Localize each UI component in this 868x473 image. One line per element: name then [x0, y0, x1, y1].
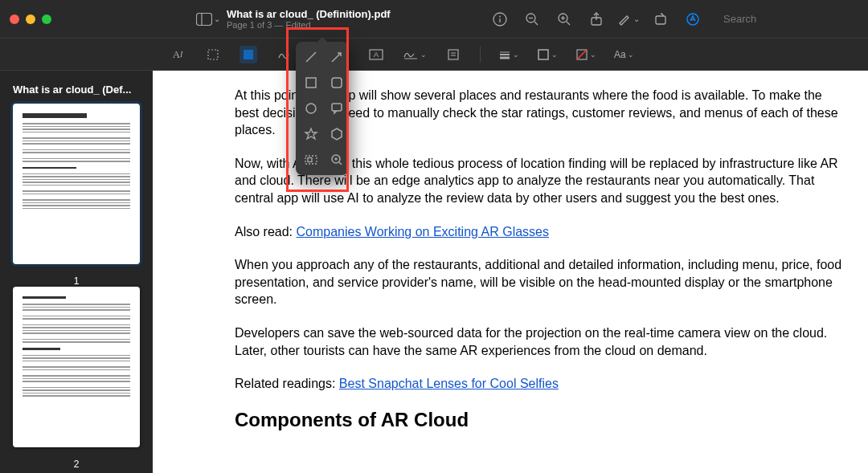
shape-circle[interactable]	[302, 100, 320, 117]
svg-marker-41	[305, 128, 317, 139]
svg-line-35	[306, 52, 316, 62]
link-snapchat-lenses[interactable]: Best Snapchat Lenses for Cool Selfies	[339, 377, 559, 390]
sketch-icon[interactable]	[275, 46, 293, 63]
link-ar-glasses[interactable]: Companies Working on Exciting AR Glasses	[296, 225, 549, 239]
selection-icon[interactable]	[204, 46, 222, 63]
shape-star[interactable]	[302, 125, 320, 143]
text: Also read:	[235, 225, 296, 239]
toolbar-right: ⌄	[489, 8, 858, 31]
svg-rect-40	[332, 104, 342, 111]
paragraph: Related readings: Best Snapchat Lenses f…	[235, 375, 849, 393]
svg-line-36	[332, 53, 341, 62]
titlebar: ⌄ What is ar cloud_ (Definition).pdf Pag…	[0, 0, 868, 39]
redact-icon[interactable]	[240, 46, 257, 63]
paragraph: Developers can save the web-sourced data…	[235, 324, 849, 359]
shape-mask[interactable]	[302, 151, 320, 169]
paragraph: When you approach any of the restaurants…	[235, 256, 849, 308]
chevron-down-icon: ⌄	[590, 51, 596, 59]
shape-speech-bubble[interactable]	[328, 100, 346, 117]
paragraph: Also read: Companies Working on Exciting…	[235, 223, 849, 241]
sidebar-doc-title: What is ar cloud_ (Def...	[8, 79, 145, 104]
chevron-down-icon: ⌄	[420, 51, 427, 59]
svg-line-6	[534, 22, 538, 25]
chevron-down-icon: ⌄	[214, 14, 220, 23]
note-icon[interactable]	[444, 46, 462, 63]
svg-line-34	[577, 50, 587, 59]
minimize-window[interactable]	[26, 14, 35, 24]
text-style-icon[interactable]: AI	[169, 46, 186, 63]
shape-hexagon[interactable]	[328, 125, 346, 143]
search-input[interactable]	[723, 13, 858, 25]
svg-rect-19	[208, 50, 218, 59]
shape-loupe[interactable]	[328, 151, 346, 169]
markup-icon[interactable]	[682, 8, 704, 31]
main: What is ar cloud_ (Def... 1	[0, 71, 868, 473]
chevron-down-icon: ⌄	[513, 51, 519, 59]
document-viewport[interactable]: At this point, the map will show several…	[153, 71, 868, 473]
shape-style-dropdown[interactable]: ⌄	[498, 50, 519, 59]
shape-line[interactable]	[302, 48, 320, 66]
svg-point-39	[306, 104, 316, 113]
thumbnails-sidebar[interactable]: What is ar cloud_ (Def... 1	[0, 71, 153, 473]
info-icon[interactable]	[489, 8, 511, 31]
page-info: Page 1 of 3 — Edited	[227, 20, 391, 30]
text: Related readings:	[235, 377, 339, 390]
zoom-in-icon[interactable]	[553, 8, 575, 31]
chevron-down-icon: ⌄	[551, 51, 558, 59]
shapes-popover	[296, 42, 349, 175]
font-dropdown[interactable]: Aa⌄	[614, 49, 634, 60]
zoom-out-icon[interactable]	[521, 8, 543, 31]
svg-line-48	[339, 162, 342, 165]
search-box[interactable]	[714, 10, 858, 28]
svg-marker-42	[332, 128, 342, 140]
document-title: What is ar cloud_ (Definition).pdf	[227, 8, 391, 20]
border-color-dropdown[interactable]: ⌄	[537, 48, 558, 61]
chevron-down-icon: ⌄	[633, 14, 640, 23]
markup-bar: AI ⌄ A ⌄ ⌄ ⌄ ⌄ Aa⌄	[0, 39, 868, 71]
share-icon[interactable]	[585, 8, 608, 31]
zoom-window[interactable]	[42, 14, 51, 24]
text-box-icon[interactable]: A	[367, 46, 385, 63]
svg-rect-0	[197, 13, 212, 25]
svg-rect-26	[448, 50, 458, 59]
page-number-2: 2	[8, 454, 145, 470]
svg-rect-14	[656, 16, 665, 24]
svg-rect-37	[306, 78, 316, 88]
heading-components: Components of AR Cloud	[235, 409, 849, 431]
svg-rect-20	[244, 50, 253, 59]
page-thumbnail-2[interactable]	[13, 287, 140, 447]
svg-rect-32	[538, 50, 548, 59]
svg-rect-38	[332, 78, 342, 88]
chevron-down-icon: ⌄	[628, 51, 634, 59]
svg-text:A: A	[374, 51, 379, 59]
title-block: What is ar cloud_ (Definition).pdf Page …	[227, 8, 391, 30]
svg-point-3	[499, 15, 501, 17]
close-window[interactable]	[10, 14, 19, 24]
shape-square[interactable]	[302, 74, 320, 92]
svg-rect-44	[308, 158, 312, 162]
separator	[480, 47, 481, 63]
svg-rect-43	[305, 156, 317, 164]
shape-arrow[interactable]	[328, 48, 346, 66]
window-controls	[10, 14, 51, 24]
rotate-icon[interactable]	[649, 8, 672, 31]
fill-color-dropdown[interactable]: ⌄	[575, 48, 596, 61]
highlight-icon[interactable]: ⌄	[617, 8, 640, 31]
page-number-1: 1	[8, 271, 145, 287]
shape-rounded-square[interactable]	[328, 74, 346, 92]
page-thumbnail-1[interactable]	[13, 104, 140, 264]
svg-line-9	[567, 22, 570, 25]
sidebar-toggle[interactable]: ⌄	[196, 13, 220, 26]
sign-dropdown[interactable]: ⌄	[403, 49, 427, 60]
